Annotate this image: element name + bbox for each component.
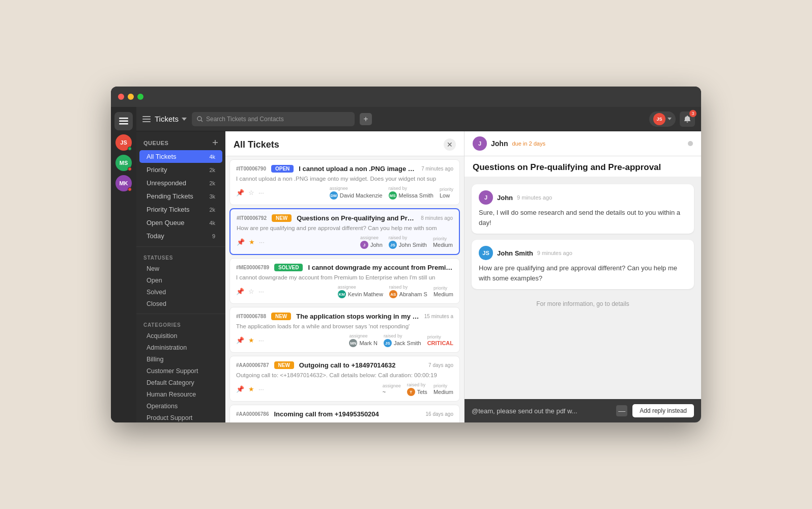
sidebar-cat-product-support[interactable]: Product Support [139,412,222,422]
sidebar-item-today[interactable]: Today 9 [139,230,222,242]
tickets-list: #IT00006790 OPEN I cannot upload a non .… [225,156,464,422]
message-time: 9 minutes ago [537,250,572,256]
sidebar: QUEUES All Tickets 4k Priority 2k [136,131,225,422]
pin-icon[interactable]: 📌 [236,336,244,344]
more-icon[interactable]: ··· [258,336,264,344]
search-placeholder: Search Tickets and Contacts [206,116,284,123]
tickets-nav-icon[interactable] [114,112,133,130]
more-icon[interactable]: ··· [258,385,264,393]
new-ticket-button[interactable]: + [360,113,372,125]
sidebar-item-open-queue[interactable]: Open Queue 4k [139,216,222,229]
assignee-avatar: MN [349,339,357,347]
minimize-composer-button[interactable]: — [616,405,627,416]
star-icon[interactable]: ★ [248,336,254,344]
assignee-meta: assignee ~ [383,383,401,395]
sidebar-cat-customer-support[interactable]: Customer Support [139,365,222,377]
star-icon[interactable]: ☆ [248,288,254,295]
chat-header-info: John due in 2 days [491,139,545,148]
user-avatar-ms[interactable]: MS [115,155,132,171]
ticket-subject: Outgoing call to +18497014632 [299,361,423,369]
sidebar-status-solved[interactable]: Solved [139,287,222,298]
sidebar-cat-default-category[interactable]: Default Category [139,377,222,388]
ticket-card[interactable]: #IT00006788 NEW The application stops wo… [229,307,460,353]
ticket-time: 15 minutes a [424,314,453,319]
raised-avatar: AS [389,290,397,298]
ticket-status-badge: NEW [271,313,291,320]
more-icon[interactable]: ··· [259,238,265,246]
ticket-card[interactable]: #AA00006787 NEW Outgoing call to +184970… [229,356,460,402]
sidebar-divider-1 [136,246,225,247]
user-avatar-js[interactable]: JS [115,134,132,151]
message-bubble: JS John Smith 9 minutes ago How are pre … [472,240,694,289]
user-avatar-mk[interactable]: MK [115,175,132,191]
priority-meta: priority CRITICAL [427,334,453,346]
close-panel-button[interactable]: ✕ [444,138,456,151]
sidebar-cat-billing[interactable]: Billing [139,354,222,365]
top-bar: Tickets Search Tickets and Contacts + JS [136,107,701,131]
more-icon[interactable]: ··· [258,288,264,295]
svg-rect-4 [142,119,151,120]
message-author: John Smith [497,249,533,257]
sidebar-status-open[interactable]: Open [139,275,222,286]
ticket-status-badge: NEW [272,214,292,222]
ticket-card[interactable]: #ME00006789 SOLVED I cannot downgrade my… [229,258,460,304]
sidebar-item-pending-tickets[interactable]: Pending Tickets 3k [139,190,222,203]
sidebar-cat-operations[interactable]: Operations [139,401,222,412]
sidebar-cat-human-resource[interactable]: Human Resource [139,389,222,400]
ticket-card[interactable]: #AA00006786 Incoming call from +19495350… [229,405,460,422]
pin-icon[interactable]: 📌 [236,385,244,393]
ticket-preview: Outgoing call to: <+18497014632>. Call d… [236,372,453,378]
chat-panel: J John due in 2 days Questions on Pre-q [465,131,701,422]
sidebar-item-priority[interactable]: Priority 2k [139,163,222,176]
chat-header-left: J John due in 2 days [473,136,545,151]
add-queue-icon[interactable] [212,139,218,147]
message-header: JS John Smith 9 minutes ago [479,246,687,260]
svg-rect-0 [119,118,128,119]
reply-input[interactable] [472,407,611,415]
sidebar-status-new[interactable]: New [139,263,222,274]
pin-icon[interactable]: 📌 [236,288,244,295]
sidebar-item-all-tickets[interactable]: All Tickets 4k [139,150,222,163]
maximize-window-button[interactable] [137,94,143,100]
ticket-actions: 📌 ★ ··· [236,385,264,393]
close-window-button[interactable] [118,94,124,100]
traffic-lights [118,94,143,100]
message-author: John [497,194,513,202]
message-time: 9 minutes ago [517,194,552,201]
add-reply-button[interactable]: Add reply instead [632,404,694,417]
ticket-card[interactable]: #IT00006790 OPEN I cannot upload a non .… [229,159,460,205]
user2-status-dot [128,167,132,171]
pin-icon[interactable]: 📌 [236,189,244,196]
sidebar-item-priority-tickets[interactable]: Priority Tickets 2k [139,203,222,216]
ticket-meta: assignee ~ raised by T Tets [383,382,453,396]
more-icon[interactable]: ··· [258,189,264,196]
ticket-card[interactable]: #IT00006792 NEW Questions on Pre-qualify… [229,208,460,255]
raised-meta: raised by T Tets [407,382,427,396]
svg-point-6 [197,117,201,121]
ticket-meta: assignee MN Mark N raised by [349,333,453,347]
ticket-subject: I cannot upload a non .PNG image onto my… [299,165,416,173]
minimize-window-button[interactable] [128,94,134,100]
sidebar-status-closed[interactable]: Closed [139,298,222,309]
sidebar-item-unresponded[interactable]: Unresponded 2k [139,177,222,189]
pin-icon[interactable]: 📌 [237,238,245,246]
star-icon[interactable]: ☆ [248,189,254,196]
ticket-status-badge: OPEN [271,165,294,173]
topbar-avatar: JS [653,113,665,125]
notifications-button[interactable]: 3 [680,111,695,127]
sidebar-cat-administration[interactable]: Administration [139,342,222,353]
search-bar[interactable]: Search Tickets and Contacts [192,112,355,126]
svg-rect-1 [119,121,128,122]
sidebar-divider-2 [136,314,225,314]
ticket-subject: The application stops working in my defa… [296,313,419,320]
star-icon[interactable]: ★ [249,238,255,246]
priority-meta: priority Medium [433,236,453,248]
user-profile-button[interactable]: JS [649,111,676,127]
chat-composer: — Add reply instead [465,399,701,422]
sidebar-cat-acquisition[interactable]: Acquisition [139,330,222,342]
app-title: Tickets [142,115,187,123]
nav-rail: JS MS MK [111,107,136,422]
star-icon[interactable]: ★ [248,385,254,393]
app-window: JS MS MK Tic [111,87,701,422]
more-info-link[interactable]: For more information, go to details [472,295,694,313]
